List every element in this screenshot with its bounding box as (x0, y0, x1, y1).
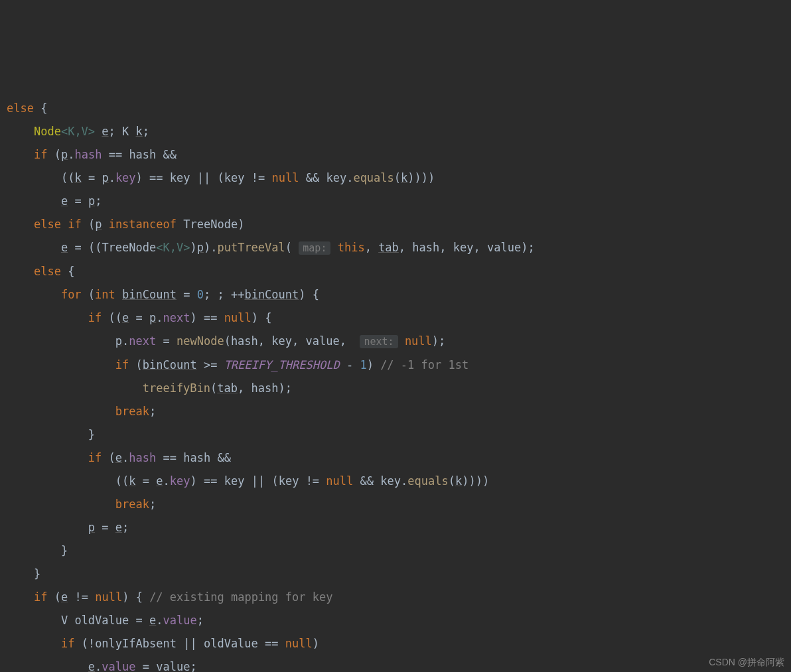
code-line: e = p; (7, 194, 102, 208)
code-editor[interactable]: else { Node<K,V> e; K k; if (p.hash == h… (7, 97, 784, 672)
keyword-else: else (7, 101, 34, 115)
code-line: if (!onlyIfAbsent || oldValue == null) (7, 637, 319, 650)
code-line: break; (7, 405, 156, 418)
watermark: CSDN @拼命阿紫 (709, 657, 784, 667)
param-hint: map: (299, 241, 330, 255)
param-hint: next: (360, 335, 397, 348)
code-line: else { (7, 101, 47, 115)
code-line: ((k = p.key) == key || (key != null && k… (7, 171, 435, 184)
code-line: else if (p instanceof TreeNode) (7, 218, 244, 231)
code-line: if (binCount >= TREEIFY_THRESHOLD - 1) /… (7, 358, 468, 371)
code-line: if (e.hash == hash && (7, 451, 231, 464)
code-line: e = ((TreeNode<K,V>)p).putTreeVal( map: … (7, 241, 535, 254)
code-line: if (e != null) { // existing mapping for… (7, 590, 332, 604)
code-line: break; (7, 498, 156, 511)
code-line: Node<K,V> e; K k; (7, 125, 149, 138)
code-line: } (7, 428, 95, 441)
code-line: } (7, 567, 40, 580)
code-line: e.value = value; (7, 660, 197, 672)
code-line: p.next = newNode(hash, key, value, next:… (7, 334, 445, 348)
code-line: p = e; (7, 521, 129, 534)
code-line: if (p.hash == hash && (7, 148, 177, 161)
code-line: if ((e = p.next) == null) { (7, 311, 271, 324)
code-line: treeifyBin(tab, hash); (7, 381, 292, 395)
code-line: V oldValue = e.value; (7, 614, 204, 627)
code-line: for (int binCount = 0; ; ++binCount) { (7, 288, 319, 301)
code-line: else { (7, 265, 74, 278)
code-line: } (7, 544, 68, 557)
code-line: ((k = e.key) == key || (key != null && k… (7, 474, 489, 488)
